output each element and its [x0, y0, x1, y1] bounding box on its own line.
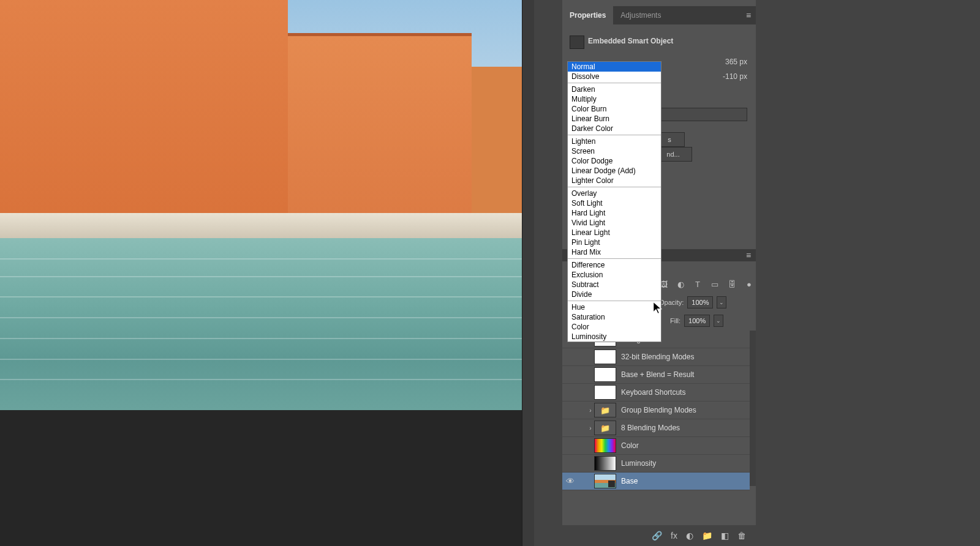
layer-visibility-icon[interactable]: 👁 [562, 476, 578, 486]
layer-row[interactable]: ›8 Blending Modes [562, 419, 750, 437]
layer-filter-icon[interactable]: ● [744, 279, 755, 290]
layer-row[interactable]: Base + Blend = Result [562, 366, 750, 384]
blend-mode-option[interactable]: Difference [568, 260, 661, 270]
document-canvas[interactable] [0, 0, 522, 410]
layer-row[interactable]: 32-bit Blending Modes [562, 348, 750, 366]
chevron-right-icon[interactable]: › [587, 407, 594, 414]
blend-mode-option[interactable]: Normal [568, 62, 661, 72]
blend-mode-option[interactable]: Luminosity [568, 332, 661, 342]
fill-chevron-icon[interactable]: ⌄ [714, 315, 723, 327]
image-content [0, 0, 522, 410]
blend-mode-option[interactable]: Soft Light [568, 198, 661, 208]
blend-mode-option[interactable]: Overlay [568, 189, 661, 198]
blend-mode-option[interactable]: Subtract [568, 280, 661, 290]
blend-mode-option[interactable]: Linear Burn [568, 114, 661, 124]
blend-mode-option[interactable]: Hard Mix [568, 247, 661, 257]
layer-thumbnail[interactable] [594, 474, 616, 488]
properties-panel: Embedded Smart Object 365 px -110 px s n… [562, 24, 756, 257]
blend-mode-option[interactable]: Color [568, 322, 661, 332]
layer-thumbnail[interactable] [594, 456, 616, 471]
layer-name[interactable]: Keyboard Shortcuts [621, 388, 685, 397]
blend-mode-option[interactable]: Color Burn [568, 104, 661, 114]
layers-panel-menu-icon[interactable]: ≡ [741, 250, 756, 260]
blend-mode-option[interactable]: Darken [568, 84, 661, 94]
blend-mode-option[interactable]: Color Dodge [568, 156, 661, 166]
panel-dock-gap [534, 0, 562, 546]
blend-mode-option[interactable]: Multiply [568, 94, 661, 104]
canvas-pasteboard [0, 410, 522, 546]
blend-mode-option[interactable]: Dissolve [568, 72, 661, 81]
new-layer-icon[interactable]: ◧ [721, 531, 729, 540]
canvas-scrollbar[interactable] [522, 0, 535, 546]
blend-mode-option[interactable]: Linear Dodge (Add) [568, 166, 661, 176]
smart-object-icon [570, 36, 584, 49]
properties-width: 365 px [704, 58, 747, 66]
layer-filter-icon[interactable]: ▭ [709, 279, 720, 290]
layer-thumbnail[interactable] [594, 438, 616, 453]
layer-filter-icon[interactable]: ◐ [675, 279, 686, 290]
blend-mode-option[interactable]: Linear Light [568, 228, 661, 237]
layer-thumbnail[interactable] [594, 421, 616, 435]
layer-row[interactable]: ›Group Blending Modes [562, 402, 750, 419]
blend-mode-option[interactable]: Pin Light [568, 237, 661, 247]
layer-thumbnail[interactable] [594, 403, 616, 417]
chevron-right-icon[interactable]: › [587, 425, 594, 432]
layer-thumbnail[interactable] [594, 385, 616, 400]
blend-mode-option[interactable]: Hue [568, 302, 661, 312]
layers-list[interactable]: Categories32-bit Blending ModesBase + Bl… [562, 331, 750, 517]
blend-mode-option[interactable]: Divide [568, 290, 661, 299]
panel-menu-icon[interactable]: ≡ [741, 10, 756, 20]
blend-mode-option[interactable]: Hard Light [568, 208, 661, 218]
layer-row[interactable]: Color [562, 437, 750, 455]
blend-mode-dropdown[interactable]: NormalDissolveDarkenMultiplyColor BurnLi… [567, 61, 662, 342]
trash-icon[interactable]: 🗑 [737, 531, 746, 540]
opacity-label: Opacity: [659, 299, 684, 306]
properties-tabbar: Properties Adjustments ≡ [562, 6, 756, 24]
layers-filter-row: 🖼◐T▭🗄● [658, 279, 755, 290]
layers-scrollbar[interactable] [750, 331, 756, 486]
layer-filter-icon[interactable]: T [692, 279, 703, 290]
layer-name[interactable]: Color [621, 441, 639, 450]
layer-name[interactable]: Base [621, 477, 638, 485]
mask-icon[interactable]: ◐ [686, 531, 693, 540]
layer-filter-icon[interactable]: 🗄 [726, 279, 737, 290]
blend-mode-option[interactable]: Lighten [568, 136, 661, 146]
blend-mode-option[interactable]: Darker Color [568, 124, 661, 133]
right-panel-stack: Properties Adjustments ≡ Embedded Smart … [562, 0, 756, 546]
link-icon[interactable]: 🔗 [652, 531, 662, 540]
properties-height: -110 px [704, 72, 747, 81]
blend-mode-option[interactable]: Lighter Color [568, 176, 661, 185]
fill-label: Fill: [670, 317, 680, 324]
blend-mode-option[interactable]: Vivid Light [568, 218, 661, 228]
layer-name[interactable]: Luminosity [621, 459, 656, 468]
new-group-icon[interactable]: 📁 [702, 531, 712, 540]
blend-mode-option[interactable]: Saturation [568, 312, 661, 322]
opacity-value[interactable]: 100% [687, 296, 713, 309]
layer-name[interactable]: 32-bit Blending Modes [621, 353, 694, 361]
blend-mode-option[interactable]: Screen [568, 146, 661, 156]
tab-adjustments[interactable]: Adjustments [613, 6, 668, 24]
layer-row[interactable]: 👁Base [562, 473, 750, 490]
fx-icon[interactable]: fx [671, 531, 677, 540]
layer-row[interactable]: Luminosity [562, 455, 750, 473]
layer-name[interactable]: Group Blending Modes [621, 406, 696, 414]
layer-name[interactable]: 8 Blending Modes [621, 424, 680, 432]
fill-control: Fill: 100% ⌄ [670, 315, 723, 327]
tab-properties[interactable]: Properties [562, 6, 613, 24]
blend-mode-option[interactable]: Exclusion [568, 270, 661, 280]
opacity-chevron-icon[interactable]: ⌄ [717, 296, 726, 309]
layer-thumbnail[interactable] [594, 350, 616, 364]
right-gutter [756, 0, 980, 546]
layer-name[interactable]: Base + Blend = Result [621, 370, 694, 379]
opacity-control: Opacity: 100% ⌄ [659, 296, 726, 309]
layer-row[interactable]: Keyboard Shortcuts [562, 384, 750, 402]
properties-title: Embedded Smart Object [588, 37, 673, 45]
layer-thumbnail[interactable] [594, 367, 616, 382]
layers-toolbar: 🔗fx◐📁◧🗑 [562, 525, 756, 546]
fill-value[interactable]: 100% [684, 315, 710, 327]
